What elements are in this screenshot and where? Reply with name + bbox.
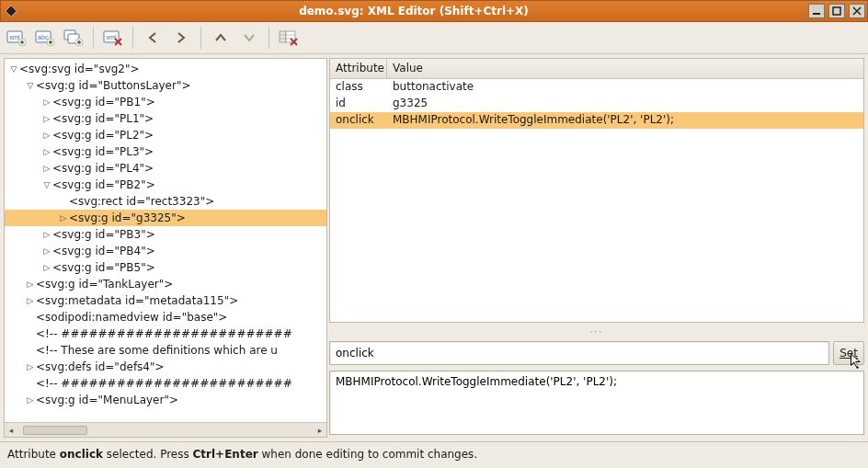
expand-icon[interactable] (25, 276, 36, 292)
pane-splitter[interactable]: ··· (329, 328, 864, 336)
attribute-value-textarea[interactable] (329, 371, 864, 435)
expand-icon[interactable] (41, 94, 52, 110)
svg-text:abc: abc (38, 34, 49, 40)
tree-node[interactable]: <svg:defs id="defs4"> (5, 359, 326, 375)
tree-node-label: <svg:g id="ButtonsLayer"> (36, 77, 191, 94)
expand-icon[interactable] (41, 226, 52, 243)
status-bar: Attribute onclick selected. Press Ctrl+E… (0, 441, 868, 466)
tree-node[interactable]: <!-- ######################### (5, 325, 326, 342)
svg-point-17 (75, 39, 83, 46)
svg-line-22 (115, 39, 121, 45)
expand-icon[interactable] (58, 210, 69, 226)
tree-node-label: <svg:g id="PB1"> (52, 94, 155, 110)
expand-icon[interactable] (25, 359, 36, 375)
move-up-button[interactable] (208, 25, 234, 51)
header-value[interactable]: Value (387, 59, 863, 78)
duplicate-node-button[interactable] (61, 25, 86, 51)
header-attribute[interactable]: Attribute (330, 59, 387, 78)
collapse-icon[interactable] (41, 177, 52, 193)
tree-node[interactable]: <svg:g id="PB2"> (5, 177, 326, 193)
svg-rect-20 (104, 31, 119, 42)
status-text: Attribute onclick selected. Press Ctrl+E… (7, 448, 477, 461)
window-titlebar: demo.svg: XML Editor (Shift+Ctrl+X) (0, 0, 868, 22)
tree-node-label: <svg:g id="TankLayer"> (36, 276, 173, 292)
collapse-icon[interactable] (8, 61, 19, 77)
svg-rect-5 (7, 31, 22, 42)
tree-node[interactable]: <sodipodi:namedview id="base"> (5, 309, 326, 325)
window-title: demo.svg: XML Editor (Shift+Ctrl+X) (21, 5, 806, 17)
tree-node[interactable]: <svg:g id="PB5"> (5, 259, 326, 276)
app-icon (1, 5, 21, 17)
tree-node[interactable]: <svg:g id="PL2"> (5, 127, 326, 143)
main-area: <svg:svg id="svg2"><svg:g id="ButtonsLay… (0, 54, 868, 441)
attribute-table-header: Attribute Value (330, 59, 863, 79)
tree-node[interactable]: <svg:g id="PB3"> (5, 226, 326, 243)
set-button-label: Set (839, 347, 858, 360)
expand-icon[interactable] (41, 160, 52, 177)
close-button[interactable] (849, 4, 865, 18)
expand-icon[interactable] (41, 243, 52, 259)
expand-icon[interactable] (41, 143, 52, 160)
attribute-row[interactable]: classbuttonactivate (330, 79, 863, 96)
horizontal-scrollbar[interactable]: ◂ ▸ (5, 422, 326, 437)
tree-node[interactable]: <svg:g id="PL4"> (5, 160, 326, 177)
tree-node-label: <svg:g id="PL1"> (52, 110, 154, 127)
tree-node-label: <svg:g id="PB5"> (52, 259, 155, 276)
tree-node-label: <svg:g id="PL3"> (52, 143, 154, 160)
expand-icon[interactable] (25, 392, 36, 408)
tree-node[interactable]: <svg:g id="PB4"> (5, 243, 326, 259)
scroll-right-icon[interactable]: ▸ (314, 424, 326, 437)
scroll-left-icon[interactable]: ◂ (5, 424, 17, 437)
xml-tree-pane: <svg:svg id="svg2"><svg:g id="ButtonsLay… (4, 58, 327, 438)
move-down-button[interactable] (236, 25, 262, 51)
collapse-icon[interactable] (25, 77, 36, 94)
tree-node[interactable]: <svg:g id="TankLayer"> (5, 276, 326, 292)
svg-rect-2 (833, 7, 840, 15)
xml-tree[interactable]: <svg:svg id="svg2"><svg:g id="ButtonsLay… (5, 59, 326, 422)
tree-node-label: <svg:svg id="svg2"> (19, 61, 140, 77)
prev-node-button[interactable] (140, 25, 166, 51)
tree-node-label: <!-- These are some definitions which ar… (36, 342, 278, 359)
tree-node[interactable]: <svg:rect id="rect3323"> (5, 193, 326, 210)
delete-node-button[interactable]: xml (100, 25, 126, 51)
tree-node[interactable]: <svg:g id="g3325"> (5, 210, 326, 226)
new-text-node-button[interactable]: abc (32, 25, 58, 51)
svg-line-23 (115, 39, 121, 45)
maximize-button[interactable] (828, 4, 845, 18)
tree-node[interactable]: <svg:g id="MenuLayer"> (5, 392, 326, 408)
tree-node-label: <svg:g id="PB3"> (52, 226, 155, 243)
tree-node[interactable]: <svg:metadata id="metadata115"> (5, 292, 326, 309)
next-node-button[interactable] (168, 25, 194, 51)
tree-node-label: <svg:metadata id="metadata115"> (36, 292, 238, 309)
svg-rect-24 (280, 31, 286, 42)
expand-icon[interactable] (25, 292, 36, 309)
tree-node-label: <svg:g id="PB4"> (52, 243, 155, 259)
toolbar: xml abc xml (0, 22, 868, 54)
toolbar-separator (268, 27, 269, 49)
attribute-row[interactable]: idg3325 (330, 96, 863, 112)
tree-node[interactable]: <svg:svg id="svg2"> (5, 61, 326, 77)
tree-node[interactable]: <svg:g id="PL1"> (5, 110, 326, 127)
svg-text:xml: xml (107, 34, 117, 40)
svg-point-12 (47, 39, 54, 46)
expand-icon[interactable] (41, 110, 52, 127)
tree-node[interactable]: <svg:g id="PL3"> (5, 143, 326, 160)
expand-icon[interactable] (41, 127, 52, 143)
delete-attribute-button[interactable] (276, 25, 302, 51)
tree-node[interactable]: <svg:g id="ButtonsLayer"> (5, 77, 326, 94)
scrollbar-thumb[interactable] (23, 426, 87, 435)
toolbar-separator (132, 27, 133, 49)
tree-node-label: <!-- ######################### (36, 375, 292, 392)
tree-node[interactable]: <!-- ######################### (5, 375, 326, 392)
set-button[interactable]: Set (833, 341, 864, 365)
tree-node[interactable]: <!-- These are some definitions which ar… (5, 342, 326, 359)
attribute-table: Attribute Value classbuttonactivateidg33… (329, 58, 864, 323)
minimize-button[interactable] (808, 4, 825, 18)
new-element-node-button[interactable]: xml (4, 25, 29, 51)
tree-node-label: <svg:g id="PB2"> (52, 177, 155, 193)
tree-node[interactable]: <svg:g id="PB1"> (5, 94, 326, 110)
attribute-value-cell: buttonactivate (387, 79, 863, 96)
attribute-row[interactable]: onclickMBHMIProtocol.WriteToggleImmediat… (330, 112, 863, 129)
expand-icon[interactable] (41, 259, 52, 276)
attribute-name-input[interactable] (329, 341, 829, 365)
